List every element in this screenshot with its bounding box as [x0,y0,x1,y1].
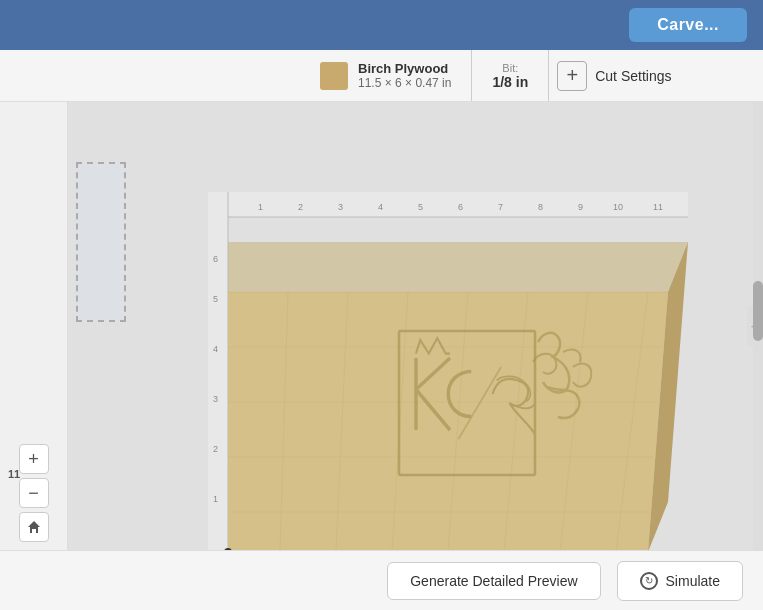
svg-text:1: 1 [213,494,218,504]
canvas-area[interactable]: 1 2 3 4 5 6 7 8 9 10 11 6 5 4 3 2 1 [68,102,763,550]
home-button[interactable] [19,512,49,542]
left-sidebar: 11 + − [0,102,68,550]
svg-text:4: 4 [378,202,383,212]
svg-text:5: 5 [213,294,218,304]
workspace: 11 + − 1 2 3 4 5 6 7 [0,102,763,550]
bit-label: Bit: [502,62,518,74]
board-container: 1 2 3 4 5 6 7 8 9 10 11 6 5 4 3 2 1 [208,192,708,550]
svg-text:3: 3 [213,394,218,404]
svg-text:2: 2 [213,444,218,454]
zoom-out-button[interactable]: − [19,478,49,508]
scrollbar-thumb[interactable] [753,281,763,341]
generate-preview-button[interactable]: Generate Detailed Preview [387,562,600,600]
material-swatch [320,62,348,90]
header-bar: Carve... [0,0,763,50]
bit-section: Bit: 1/8 in [472,50,549,101]
zoom-level: 11 [8,468,20,480]
svg-text:11: 11 [653,202,663,212]
simulate-label: Simulate [666,573,720,589]
svg-text:1: 1 [258,202,263,212]
svg-marker-21 [228,242,688,292]
svg-text:9: 9 [578,202,583,212]
svg-text:6: 6 [458,202,463,212]
svg-text:4: 4 [213,344,218,354]
material-name: Birch Plywood [358,61,451,76]
svg-text:6: 6 [213,254,218,264]
svg-text:3: 3 [338,202,343,212]
carve-button[interactable]: Carve... [629,8,747,42]
bit-value: 1/8 in [492,74,528,90]
svg-text:10: 10 [613,202,623,212]
add-bit-button[interactable]: + [557,61,587,91]
simulate-icon: ↻ [640,572,658,590]
cut-settings-button[interactable]: Cut Settings [595,68,671,84]
home-icon [26,519,42,535]
material-section: Birch Plywood 11.5 × 6 × 0.47 in [300,50,472,101]
simulate-button[interactable]: ↻ Simulate [617,561,743,601]
material-info: Birch Plywood 11.5 × 6 × 0.47 in [358,61,451,90]
scrollbar-track [753,102,763,550]
svg-text:5: 5 [418,202,423,212]
material-bar: Birch Plywood 11.5 × 6 × 0.47 in Bit: 1/… [0,50,763,102]
svg-text:7: 7 [498,202,503,212]
zoom-in-button[interactable]: + [19,444,49,474]
bottom-toolbar: Generate Detailed Preview ↻ Simulate [0,550,763,610]
board-svg: 1 2 3 4 5 6 7 8 9 10 11 6 5 4 3 2 1 [208,192,708,550]
selection-box [76,162,126,322]
svg-text:2: 2 [298,202,303,212]
svg-text:8: 8 [538,202,543,212]
material-dims: 11.5 × 6 × 0.47 in [358,76,451,90]
